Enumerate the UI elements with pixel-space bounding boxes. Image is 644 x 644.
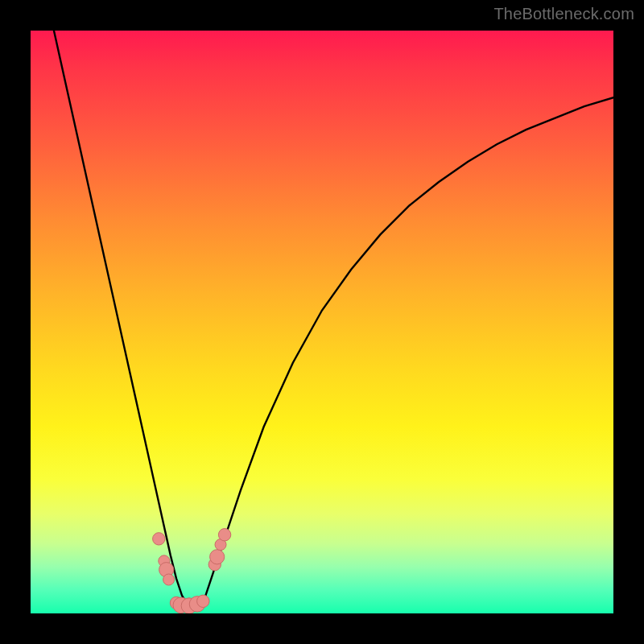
bottleneck-curve: [54, 31, 613, 606]
curve-marker: [210, 550, 225, 564]
curve-marker: [197, 595, 209, 607]
plot-area: [31, 31, 613, 613]
curve-layer: [31, 31, 613, 613]
chart-frame: TheBottleneck.com: [0, 0, 644, 644]
curve-markers: [153, 529, 231, 613]
curve-marker: [163, 574, 175, 585]
watermark-text: TheBottleneck.com: [493, 5, 634, 23]
curve-marker: [218, 529, 230, 541]
curve-marker: [153, 533, 165, 545]
